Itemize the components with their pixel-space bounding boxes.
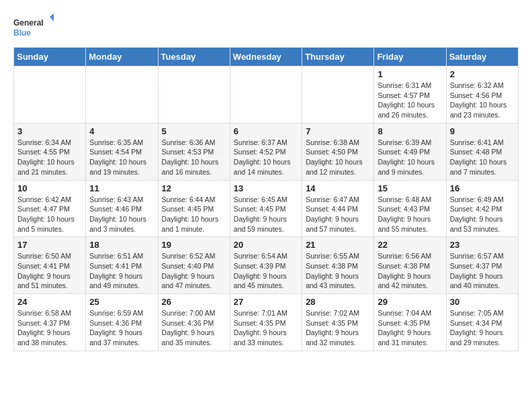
calendar-cell: 15Sunrise: 6:48 AM Sunset: 4:43 PM Dayli… [374,180,446,237]
day-number: 5 [162,126,226,136]
calendar-cell: 2Sunrise: 6:32 AM Sunset: 4:56 PM Daylig… [446,66,518,124]
svg-marker-2 [50,13,54,21]
day-info: Sunrise: 6:32 AM Sunset: 4:56 PM Dayligh… [450,81,515,120]
day-number: 9 [450,126,515,136]
day-number: 20 [234,240,298,250]
calendar-cell: 18Sunrise: 6:51 AM Sunset: 4:41 PM Dayli… [86,237,158,294]
day-number: 25 [89,297,154,307]
calendar-table: SundayMondayTuesdayWednesdayThursdayFrid… [13,47,519,351]
day-info: Sunrise: 6:54 AM Sunset: 4:39 PM Dayligh… [234,251,298,291]
logo-svg: General Blue [13,13,54,40]
calendar-week-row: 1Sunrise: 6:31 AM Sunset: 4:57 PM Daylig… [14,66,519,124]
day-info: Sunrise: 6:39 AM Sunset: 4:49 PM Dayligh… [378,138,442,177]
weekday-header: Sunday [14,48,86,66]
calendar-cell: 24Sunrise: 6:58 AM Sunset: 4:37 PM Dayli… [14,294,86,351]
day-info: Sunrise: 6:50 AM Sunset: 4:41 PM Dayligh… [17,251,82,291]
day-info: Sunrise: 6:56 AM Sunset: 4:38 PM Dayligh… [378,251,442,291]
day-number: 1 [378,69,442,79]
day-number: 16 [450,183,515,193]
day-info: Sunrise: 6:45 AM Sunset: 4:45 PM Dayligh… [234,195,298,234]
day-number: 26 [162,297,226,307]
calendar-cell: 8Sunrise: 6:39 AM Sunset: 4:49 PM Daylig… [374,123,446,180]
day-info: Sunrise: 6:55 AM Sunset: 4:38 PM Dayligh… [306,251,370,291]
weekday-header: Friday [374,48,446,66]
calendar-cell [158,66,230,124]
weekday-header: Thursday [302,48,374,66]
calendar-cell: 6Sunrise: 6:37 AM Sunset: 4:52 PM Daylig… [230,123,302,180]
calendar-cell: 27Sunrise: 7:01 AM Sunset: 4:35 PM Dayli… [230,294,302,351]
day-number: 4 [89,126,154,136]
calendar-header-row: SundayMondayTuesdayWednesdayThursdayFrid… [14,48,519,66]
weekday-header: Tuesday [158,48,230,66]
calendar-cell: 29Sunrise: 7:04 AM Sunset: 4:35 PM Dayli… [374,294,446,351]
day-number: 6 [234,126,298,136]
day-number: 10 [17,183,82,193]
calendar-cell: 26Sunrise: 7:00 AM Sunset: 4:36 PM Dayli… [158,294,230,351]
calendar-cell: 20Sunrise: 6:54 AM Sunset: 4:39 PM Dayli… [230,237,302,294]
calendar-cell: 9Sunrise: 6:41 AM Sunset: 4:48 PM Daylig… [446,123,518,180]
day-info: Sunrise: 7:04 AM Sunset: 4:35 PM Dayligh… [378,308,442,348]
day-info: Sunrise: 7:01 AM Sunset: 4:35 PM Dayligh… [234,308,298,348]
calendar-cell: 16Sunrise: 6:49 AM Sunset: 4:42 PM Dayli… [446,180,518,237]
calendar-cell: 12Sunrise: 6:44 AM Sunset: 4:45 PM Dayli… [158,180,230,237]
day-info: Sunrise: 6:48 AM Sunset: 4:43 PM Dayligh… [378,195,442,234]
day-info: Sunrise: 6:31 AM Sunset: 4:57 PM Dayligh… [378,81,442,120]
day-number: 7 [306,126,370,136]
day-number: 28 [306,297,370,307]
day-number: 21 [306,240,370,250]
calendar-week-row: 24Sunrise: 6:58 AM Sunset: 4:37 PM Dayli… [14,294,519,351]
calendar-cell: 7Sunrise: 6:38 AM Sunset: 4:50 PM Daylig… [302,123,374,180]
day-number: 22 [378,240,442,250]
day-info: Sunrise: 6:49 AM Sunset: 4:42 PM Dayligh… [450,195,515,234]
day-number: 27 [234,297,298,307]
day-info: Sunrise: 6:37 AM Sunset: 4:52 PM Dayligh… [234,138,298,177]
day-info: Sunrise: 6:59 AM Sunset: 4:36 PM Dayligh… [89,308,154,348]
day-number: 24 [17,297,82,307]
calendar-cell: 14Sunrise: 6:47 AM Sunset: 4:44 PM Dayli… [302,180,374,237]
svg-text:General: General [13,18,44,28]
day-number: 3 [17,126,82,136]
day-number: 2 [450,69,515,79]
calendar-cell: 17Sunrise: 6:50 AM Sunset: 4:41 PM Dayli… [14,237,86,294]
weekday-header: Monday [86,48,158,66]
calendar-cell: 25Sunrise: 6:59 AM Sunset: 4:36 PM Dayli… [86,294,158,351]
day-info: Sunrise: 6:35 AM Sunset: 4:54 PM Dayligh… [89,138,154,177]
day-number: 11 [89,183,154,193]
day-info: Sunrise: 7:02 AM Sunset: 4:35 PM Dayligh… [306,308,370,348]
day-number: 15 [378,183,442,193]
svg-text:Blue: Blue [13,28,31,38]
calendar-cell: 28Sunrise: 7:02 AM Sunset: 4:35 PM Dayli… [302,294,374,351]
day-number: 30 [450,297,515,307]
page-header: General Blue [13,13,519,40]
calendar-cell: 23Sunrise: 6:57 AM Sunset: 4:37 PM Dayli… [446,237,518,294]
day-number: 8 [378,126,442,136]
day-number: 19 [162,240,226,250]
calendar-cell: 3Sunrise: 6:34 AM Sunset: 4:55 PM Daylig… [14,123,86,180]
calendar-cell: 19Sunrise: 6:52 AM Sunset: 4:40 PM Dayli… [158,237,230,294]
calendar-cell: 1Sunrise: 6:31 AM Sunset: 4:57 PM Daylig… [374,66,446,124]
day-info: Sunrise: 6:38 AM Sunset: 4:50 PM Dayligh… [306,138,370,177]
day-info: Sunrise: 6:42 AM Sunset: 4:47 PM Dayligh… [17,195,82,234]
day-info: Sunrise: 7:00 AM Sunset: 4:36 PM Dayligh… [162,308,226,348]
day-info: Sunrise: 6:47 AM Sunset: 4:44 PM Dayligh… [306,195,370,234]
calendar-cell: 30Sunrise: 7:05 AM Sunset: 4:34 PM Dayli… [446,294,518,351]
day-info: Sunrise: 6:58 AM Sunset: 4:37 PM Dayligh… [17,308,82,348]
day-info: Sunrise: 7:05 AM Sunset: 4:34 PM Dayligh… [450,308,515,348]
day-number: 29 [378,297,442,307]
calendar-cell: 22Sunrise: 6:56 AM Sunset: 4:38 PM Dayli… [374,237,446,294]
day-info: Sunrise: 6:41 AM Sunset: 4:48 PM Dayligh… [450,138,515,177]
day-number: 14 [306,183,370,193]
day-number: 18 [89,240,154,250]
day-number: 13 [234,183,298,193]
day-info: Sunrise: 6:34 AM Sunset: 4:55 PM Dayligh… [17,138,82,177]
day-number: 23 [450,240,515,250]
calendar-week-row: 17Sunrise: 6:50 AM Sunset: 4:41 PM Dayli… [14,237,519,294]
calendar-cell: 4Sunrise: 6:35 AM Sunset: 4:54 PM Daylig… [86,123,158,180]
day-info: Sunrise: 6:36 AM Sunset: 4:53 PM Dayligh… [162,138,226,177]
calendar-cell [14,66,86,124]
day-info: Sunrise: 6:51 AM Sunset: 4:41 PM Dayligh… [89,251,154,291]
day-number: 17 [17,240,82,250]
calendar-week-row: 3Sunrise: 6:34 AM Sunset: 4:55 PM Daylig… [14,123,519,180]
day-info: Sunrise: 6:43 AM Sunset: 4:46 PM Dayligh… [89,195,154,234]
calendar-cell: 13Sunrise: 6:45 AM Sunset: 4:45 PM Dayli… [230,180,302,237]
